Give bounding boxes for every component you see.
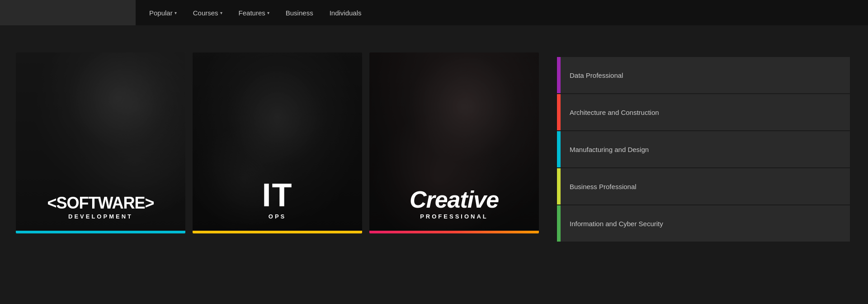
card-creative[interactable]: Creative PROFESSIONAL (369, 52, 539, 233)
navbar: Popular ▾ Courses ▾ Features ▾ Business … (0, 0, 868, 25)
sidebar-bar-business (557, 168, 561, 204)
sidebar-label-architecture: Architecture and Construction (561, 109, 659, 116)
nav-features[interactable]: Features ▾ (239, 9, 269, 17)
nav-individuals[interactable]: Individuals (330, 9, 362, 17)
sidebar-item-architecture[interactable]: Architecture and Construction (557, 94, 850, 130)
sidebar-bar-manufacturing (557, 131, 561, 167)
cards-area: <Software> DEVELOPMENT IT OPS Creative P… (16, 52, 539, 233)
sidebar-bar-data-professional (557, 57, 561, 93)
sidebar-label-data-professional: Data Professional (561, 71, 623, 79)
card-software-bar (16, 231, 185, 233)
card-it-content: IT OPS (193, 179, 362, 220)
card-it-bar (193, 231, 362, 233)
sidebar-label-cyber-security: Information and Cyber Security (561, 220, 663, 228)
nav-features-label: Features (239, 9, 265, 17)
card-software-content: <Software> DEVELOPMENT (16, 195, 185, 220)
nav-links: Popular ▾ Courses ▾ Features ▾ Business … (136, 9, 362, 17)
sidebar-label-business: Business Professional (561, 183, 637, 190)
card-software[interactable]: <Software> DEVELOPMENT (16, 52, 185, 233)
sidebar-label-manufacturing: Manufacturing and Design (561, 146, 649, 153)
chevron-down-icon: ▾ (267, 10, 269, 15)
card-software-subtitle: DEVELOPMENT (16, 213, 185, 220)
card-it[interactable]: IT OPS (193, 52, 362, 233)
card-software-title: <Software> (16, 195, 185, 211)
main-content: <Software> DEVELOPMENT IT OPS Creative P… (0, 25, 868, 304)
nav-business-label: Business (286, 9, 313, 17)
card-creative-bar (369, 231, 539, 233)
sidebar: Data Professional Architecture and Const… (548, 57, 850, 242)
nav-courses[interactable]: Courses ▾ (193, 9, 222, 17)
nav-individuals-label: Individuals (330, 9, 362, 17)
card-creative-title: Creative (369, 188, 539, 211)
sidebar-item-cyber-security[interactable]: Information and Cyber Security (557, 205, 850, 242)
sidebar-item-business[interactable]: Business Professional (557, 168, 850, 204)
sidebar-bar-architecture (557, 94, 561, 130)
nav-courses-label: Courses (193, 9, 218, 17)
nav-popular-label: Popular (149, 9, 173, 17)
sidebar-item-data-professional[interactable]: Data Professional (557, 57, 850, 93)
card-it-title: IT (193, 179, 362, 211)
sidebar-item-manufacturing[interactable]: Manufacturing and Design (557, 131, 850, 167)
card-creative-subtitle: PROFESSIONAL (369, 213, 539, 220)
card-creative-content: Creative PROFESSIONAL (369, 188, 539, 220)
logo (0, 0, 136, 25)
nav-business[interactable]: Business (286, 9, 313, 17)
nav-popular[interactable]: Popular ▾ (149, 9, 177, 17)
chevron-down-icon: ▾ (175, 10, 177, 15)
card-it-subtitle: OPS (193, 213, 362, 220)
sidebar-bar-cyber-security (557, 205, 561, 242)
chevron-down-icon: ▾ (220, 10, 222, 15)
